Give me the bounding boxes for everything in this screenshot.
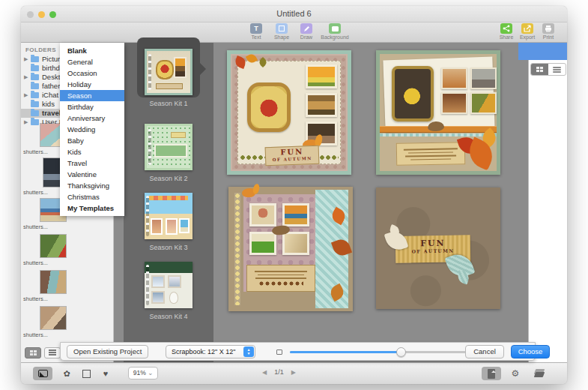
disclosure-triangle-icon[interactable]: ▶ <box>24 91 28 100</box>
acorn-row-sticker <box>258 281 303 286</box>
menu-item-christmas[interactable]: Christmas <box>60 191 124 202</box>
background-icon <box>329 23 341 34</box>
frames-panel-button[interactable] <box>76 367 96 380</box>
dialog-bottom-bar: Open Existing Project Scrapbook: 12" X 1… <box>60 342 536 361</box>
template-item-season-kit-4[interactable]: Season Kit 4 <box>124 262 213 320</box>
app-window: Untitled 6 T Text Shape Draw Background <box>21 6 567 384</box>
pages-view-segmented-control <box>530 63 566 76</box>
zoom-level-dropdown[interactable]: 91% ⌄ <box>128 367 158 380</box>
document-icon <box>488 369 495 379</box>
spiral-binding-icon <box>148 54 151 90</box>
stepper-icon[interactable]: ▲▼ <box>243 346 254 357</box>
draw-tool-button[interactable]: Draw <box>293 23 320 40</box>
gear-icon: ⚙ <box>512 367 520 380</box>
slider-knob[interactable] <box>396 347 406 357</box>
share-icon <box>500 23 512 34</box>
heart-icon: ♥ <box>103 369 109 378</box>
chevron-down-icon: ⌄ <box>148 369 153 376</box>
list-view-button[interactable] <box>44 347 61 358</box>
layers-icon <box>535 369 544 378</box>
disclosure-triangle-icon[interactable]: ▶ <box>24 73 28 82</box>
grid-view-button[interactable] <box>25 347 41 358</box>
menu-item-kids[interactable]: Kids <box>60 146 124 158</box>
photo-thumbnail[interactable] <box>40 307 66 329</box>
pages-list-view-button[interactable] <box>548 64 566 75</box>
folder-icon <box>31 92 39 98</box>
menu-item-valentine[interactable]: Valentine <box>60 169 124 180</box>
page2-journal-plaque <box>396 142 466 166</box>
menu-item-birthday[interactable]: Birthday <box>60 101 124 112</box>
photo-list-item[interactable]: shutters... <box>21 307 114 338</box>
page-preview-1[interactable]: FUN OF AUTUMN <box>227 50 351 175</box>
list-icon <box>553 66 561 74</box>
menu-item-blank[interactable]: Blank <box>60 45 124 56</box>
spiral-binding-icon <box>148 129 151 165</box>
scrapbook-size-select[interactable]: Scrapbook: 12" X 12" ▲▼ <box>166 345 255 358</box>
menu-item-travel[interactable]: Travel <box>60 158 124 169</box>
template-thumbnail[interactable] <box>145 193 193 239</box>
pages-panel-selected-strip[interactable] <box>518 43 567 60</box>
text-tool-button[interactable]: T Text <box>243 23 270 40</box>
photo-list-item[interactable]: shutters... <box>21 271 114 302</box>
disclosure-triangle-icon[interactable]: ▶ <box>24 55 28 64</box>
menu-item-wedding[interactable]: Wedding <box>60 124 124 135</box>
next-page-button[interactable]: ▶ <box>291 369 296 376</box>
folder-icon <box>31 65 39 71</box>
photo-list-item[interactable]: shutters... <box>21 235 114 266</box>
page-settings-button[interactable] <box>482 367 501 380</box>
zoom-out-thumbnail-icon <box>276 350 282 355</box>
template-thumbnail[interactable] <box>145 124 193 170</box>
squirrel-sticker <box>242 188 255 197</box>
photos-panel-button[interactable] <box>33 367 52 380</box>
choose-button[interactable]: Choose <box>511 345 550 358</box>
photo-thumbnail[interactable] <box>40 271 66 293</box>
template-item-season-kit-2[interactable]: Season Kit 2 <box>124 124 213 182</box>
photo-icon <box>38 370 48 377</box>
template-thumbnail[interactable] <box>145 49 193 95</box>
cancel-button[interactable]: Cancel <box>465 345 504 358</box>
pages-grid-view-button[interactable] <box>531 64 548 75</box>
photo-thumbnail[interactable] <box>40 235 66 257</box>
menu-item-general[interactable]: General <box>60 56 124 68</box>
menu-item-thanksgiving[interactable]: Thanksgiving <box>60 180 124 191</box>
menu-item-baby[interactable]: Baby <box>60 135 124 146</box>
toolbar: T Text Shape Draw Background <box>21 22 567 43</box>
menu-item-my-templates[interactable]: My Templates <box>60 202 124 214</box>
background-tool-button[interactable]: Background <box>318 23 352 40</box>
favorites-panel-button[interactable]: ♥ <box>96 367 115 380</box>
page-preview-4[interactable]: FUN OF AUTUMN <box>376 188 500 309</box>
menu-item-holiday[interactable]: Holiday <box>60 79 124 90</box>
template-item-season-kit-1[interactable]: Season Kit 1 <box>124 49 213 107</box>
open-existing-project-button[interactable]: Open Existing Project <box>67 345 148 358</box>
folder-icon <box>31 83 39 89</box>
print-button[interactable]: Print <box>535 23 562 40</box>
template-item-season-kit-3[interactable]: Season Kit 3 <box>124 193 213 251</box>
grid-icon <box>30 350 37 356</box>
grid-icon <box>536 67 543 72</box>
category-menu: Blank General Occasion Holiday Season Bi… <box>60 43 124 216</box>
spiral-binding-icon <box>146 265 149 305</box>
thumbnail-zoom-slider[interactable] <box>290 351 482 353</box>
menu-item-anniversary[interactable]: Anniversary <box>60 112 124 124</box>
page-preview-3[interactable] <box>228 187 353 311</box>
shape-tool-button[interactable]: Shape <box>268 23 295 40</box>
template-list: Season Kit 1 Season Kit 2 Season Kit 3 <box>124 43 213 362</box>
print-icon <box>542 23 554 34</box>
folder-icon <box>31 101 39 107</box>
sidebar-view-toolbar <box>21 345 61 360</box>
previous-page-button[interactable]: ◀ <box>262 369 267 376</box>
layers-button[interactable] <box>530 367 549 380</box>
template-thumbnail[interactable] <box>145 262 193 308</box>
page-preview-2[interactable] <box>376 50 500 175</box>
flower-icon: ✿ <box>63 369 70 379</box>
text-icon: T <box>250 23 262 34</box>
clipart-panel-button[interactable]: ✿ <box>57 367 76 380</box>
settings-button[interactable]: ⚙ <box>506 367 525 380</box>
page3-journal-plaque <box>246 265 315 292</box>
main-area: FOLDERS ▶ Pictures birthday ▶ Desktop <box>21 43 567 362</box>
spiral-binding-icon <box>146 196 149 236</box>
titlebar: Untitled 6 <box>21 6 567 22</box>
pages-panel <box>528 43 567 362</box>
menu-item-season-selected[interactable]: Season <box>60 90 124 101</box>
menu-item-occasion[interactable]: Occasion <box>60 68 124 79</box>
